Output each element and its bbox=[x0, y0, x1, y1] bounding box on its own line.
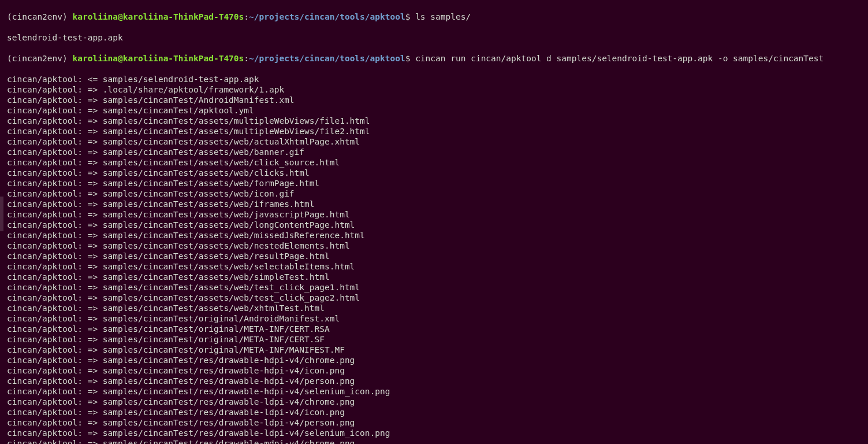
prompt-dollar: $ bbox=[405, 54, 415, 63]
terminal-viewport[interactable]: (cincan2env) karoliina@karoliina-ThinkPa… bbox=[0, 0, 868, 444]
output-line: cincan/apktool: => samples/cincanTest/or… bbox=[7, 334, 868, 345]
output-line: cincan/apktool: => samples/cincanTest/or… bbox=[7, 324, 868, 334]
output-line: cincan/apktool: => samples/cincanTest/or… bbox=[7, 313, 868, 324]
user-host: karoliina@karoliina-ThinkPad-T470s bbox=[73, 54, 244, 63]
output-line: cincan/apktool: => samples/cincanTest/as… bbox=[7, 230, 868, 240]
output-line: cincan/apktool: => samples/cincanTest/ap… bbox=[7, 105, 868, 116]
output-line: cincan/apktool: => samples/cincanTest/as… bbox=[7, 188, 868, 199]
output-line: cincan/apktool: => samples/cincanTest/re… bbox=[7, 417, 868, 428]
output-line: cincan/apktool: => samples/cincanTest/as… bbox=[7, 147, 868, 157]
cwd-path: ~/projects/cincan/tools/apktool bbox=[249, 54, 405, 63]
output-line: cincan/apktool: => .local/share/apktool/… bbox=[7, 84, 868, 95]
output-line: cincan/apktool: => samples/cincanTest/as… bbox=[7, 303, 868, 313]
output-line: cincan/apktool: => samples/cincanTest/as… bbox=[7, 209, 868, 220]
prompt-separator: : bbox=[244, 54, 249, 63]
output-line: cincan/apktool: => samples/cincanTest/as… bbox=[7, 168, 868, 178]
output-line: cincan/apktool: => samples/cincanTest/re… bbox=[7, 397, 868, 407]
output-line: cincan/apktool: => samples/cincanTest/as… bbox=[7, 220, 868, 230]
output-line: cincan/apktool: => samples/cincanTest/as… bbox=[7, 116, 868, 126]
output-line: cincan/apktool: => samples/cincanTest/as… bbox=[7, 178, 868, 188]
output-line: cincan/apktool: => samples/cincanTest/re… bbox=[7, 355, 868, 365]
output-line: cincan/apktool: => samples/cincanTest/re… bbox=[7, 376, 868, 386]
output-line: cincan/apktool: => samples/cincanTest/re… bbox=[7, 428, 868, 438]
ls-output: selendroid-test-app.apk bbox=[7, 32, 868, 43]
output-line: cincan/apktool: => samples/cincanTest/as… bbox=[7, 293, 868, 303]
output-line: cincan/apktool: => samples/cincanTest/as… bbox=[7, 240, 868, 251]
output-line: cincan/apktool: => samples/cincanTest/as… bbox=[7, 199, 868, 209]
prompt-dollar: $ bbox=[405, 12, 415, 21]
prompt-line-1: (cincan2env) karoliina@karoliina-ThinkPa… bbox=[7, 12, 868, 22]
output-line: cincan/apktool: => samples/cincanTest/An… bbox=[7, 95, 868, 105]
output-line: cincan/apktool: => samples/cincanTest/as… bbox=[7, 272, 868, 282]
output-line: cincan/apktool: => samples/cincanTest/as… bbox=[7, 157, 868, 168]
scrollbar-hint[interactable] bbox=[0, 197, 3, 231]
output-line: cincan/apktool: => samples/cincanTest/as… bbox=[7, 126, 868, 136]
tool-output-block: cincan/apktool: <= samples/selendroid-te… bbox=[7, 74, 868, 444]
output-line: cincan/apktool: => samples/cincanTest/re… bbox=[7, 407, 868, 417]
prompt-line-2: (cincan2env) karoliina@karoliina-ThinkPa… bbox=[7, 53, 868, 64]
output-line: cincan/apktool: => samples/cincanTest/re… bbox=[7, 438, 868, 444]
virtualenv-label: (cincan2env) bbox=[7, 12, 73, 21]
output-line: cincan/apktool: => samples/cincanTest/as… bbox=[7, 261, 868, 272]
output-line: cincan/apktool: => samples/cincanTest/as… bbox=[7, 251, 868, 261]
output-line: cincan/apktool: => samples/cincanTest/or… bbox=[7, 345, 868, 355]
output-line: cincan/apktool: => samples/cincanTest/re… bbox=[7, 386, 868, 397]
command-text: cincan run cincan/apktool d samples/sele… bbox=[415, 54, 824, 63]
output-line: cincan/apktool: => samples/cincanTest/as… bbox=[7, 136, 868, 147]
prompt-separator: : bbox=[244, 12, 249, 21]
virtualenv-label: (cincan2env) bbox=[7, 54, 73, 63]
output-line: cincan/apktool: => samples/cincanTest/re… bbox=[7, 365, 868, 376]
command-text: ls samples/ bbox=[415, 12, 471, 21]
output-line: cincan/apktool: <= samples/selendroid-te… bbox=[7, 74, 868, 84]
cwd-path: ~/projects/cincan/tools/apktool bbox=[249, 12, 405, 21]
user-host: karoliina@karoliina-ThinkPad-T470s bbox=[73, 12, 244, 21]
output-line: cincan/apktool: => samples/cincanTest/as… bbox=[7, 282, 868, 293]
